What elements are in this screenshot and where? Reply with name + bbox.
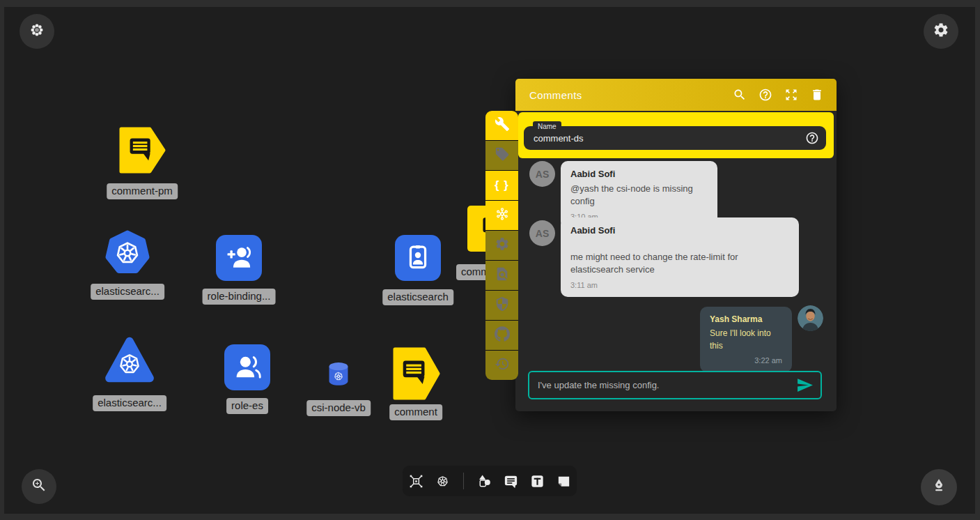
node-comment[interactable] bbox=[392, 347, 441, 400]
app-menu-button[interactable] bbox=[20, 14, 54, 49]
toolbar-history-button[interactable] bbox=[485, 351, 518, 380]
github-icon bbox=[495, 326, 510, 344]
expand-icon[interactable] bbox=[784, 88, 798, 102]
zoom-in-icon bbox=[31, 477, 47, 496]
node-role-binding[interactable] bbox=[216, 235, 262, 281]
node-label: comment bbox=[389, 404, 442, 420]
name-field-label: Name bbox=[533, 121, 561, 132]
chat-message: Aabid Sofi me might need to change the r… bbox=[561, 217, 799, 297]
dock-divider bbox=[463, 473, 464, 489]
file-search-icon bbox=[495, 266, 510, 284]
toolbar-tag-button[interactable] bbox=[485, 141, 518, 170]
comments-panel-header[interactable]: Comments bbox=[515, 79, 837, 111]
node-label: role-es bbox=[226, 398, 268, 414]
avatar-photo bbox=[798, 305, 823, 331]
node-label: elasticsearc... bbox=[91, 284, 164, 300]
chat-message: Yash Sharma Sure I'll look into this 3:2… bbox=[700, 307, 792, 372]
trash-icon[interactable] bbox=[810, 88, 824, 102]
person-add-icon bbox=[224, 242, 254, 274]
help-circle-icon[interactable] bbox=[805, 131, 819, 145]
mesh-icon bbox=[495, 206, 510, 224]
help-icon[interactable] bbox=[759, 88, 772, 102]
id-badge-icon bbox=[402, 240, 434, 275]
comment-tool-icon[interactable] bbox=[503, 473, 519, 489]
text-tool-icon[interactable] bbox=[529, 473, 545, 489]
message-author: Aabid Sofi bbox=[570, 225, 789, 236]
search-icon[interactable] bbox=[733, 88, 747, 102]
toolbar-code-button[interactable]: { } bbox=[485, 171, 518, 200]
history-icon bbox=[495, 356, 510, 374]
panel-title: Comments bbox=[529, 89, 721, 101]
comments-panel: Comments Name AS Aabid Sofi @yash the cs… bbox=[515, 79, 837, 411]
pen-tool-button[interactable] bbox=[921, 469, 957, 505]
message-time: 3:11 am bbox=[570, 281, 789, 289]
wrench-icon bbox=[495, 116, 510, 135]
components-icon[interactable] bbox=[408, 473, 424, 489]
avatar: AS bbox=[529, 161, 555, 187]
message-text: me might need to change the rate-limit f… bbox=[570, 251, 789, 276]
toolbar-configure-button[interactable] bbox=[485, 111, 518, 140]
node-label: csi-node-vb bbox=[306, 400, 371, 416]
node-action-toolbar: { } bbox=[485, 111, 518, 380]
toolbar-shield-button[interactable] bbox=[485, 291, 518, 320]
message-author: Aabid Sofi bbox=[570, 169, 708, 179]
note-tool-icon[interactable] bbox=[556, 473, 572, 489]
app-window: comment-pm elasticsearc... role-binding.… bbox=[0, 0, 980, 520]
toolbar-file-search-button[interactable] bbox=[485, 261, 518, 290]
settings-button[interactable] bbox=[924, 14, 958, 49]
toolbar-settings-button[interactable] bbox=[485, 231, 518, 260]
comment-composer bbox=[528, 371, 822, 399]
node-elasticsearch-heptagon[interactable] bbox=[103, 229, 152, 277]
avatar: AS bbox=[529, 220, 555, 246]
node-csi-node-vb[interactable] bbox=[327, 361, 350, 388]
toolbar-mesh-button[interactable] bbox=[485, 201, 518, 230]
node-label: role-binding... bbox=[203, 289, 276, 305]
tag-icon bbox=[495, 146, 510, 165]
node-elasticsearch-triangle[interactable] bbox=[103, 333, 156, 386]
name-input[interactable] bbox=[524, 133, 805, 144]
shield-icon bbox=[495, 296, 510, 314]
name-field-section: Name bbox=[518, 112, 834, 158]
name-input-box bbox=[524, 126, 826, 150]
node-role-es[interactable] bbox=[224, 344, 270, 390]
message-time: 3:22 am bbox=[710, 356, 782, 365]
kubernetes-icon[interactable] bbox=[435, 473, 451, 489]
node-label: comment-pm bbox=[107, 183, 178, 199]
shapes-icon[interactable] bbox=[476, 473, 492, 489]
node-elasticsearch[interactable] bbox=[395, 235, 441, 281]
gear-icon bbox=[933, 22, 949, 41]
flower-icon bbox=[29, 22, 45, 41]
node-label: elasticsearc... bbox=[93, 395, 166, 411]
zoom-button[interactable] bbox=[22, 469, 56, 504]
toolbar-github-button[interactable] bbox=[485, 321, 518, 350]
send-icon[interactable] bbox=[796, 376, 814, 394]
node-comment-pm[interactable] bbox=[118, 127, 166, 174]
message-author: Yash Sharma bbox=[710, 314, 782, 324]
message-text: Sure I'll look into this bbox=[710, 327, 782, 352]
pen-nib-icon bbox=[931, 477, 947, 497]
message-text: @yash the csi-node is missing config bbox=[570, 183, 708, 208]
people-icon bbox=[233, 351, 262, 383]
braces-icon: { } bbox=[495, 178, 509, 192]
gear-icon bbox=[495, 236, 510, 254]
shape-dock bbox=[403, 466, 577, 496]
node-label: elasticsearch bbox=[382, 289, 453, 305]
comment-input[interactable] bbox=[529, 380, 796, 390]
